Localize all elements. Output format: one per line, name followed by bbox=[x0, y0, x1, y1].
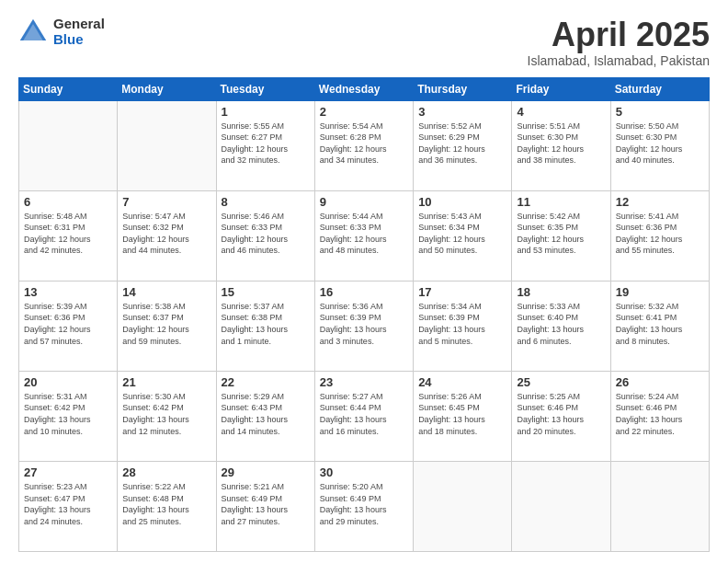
day-number: 30 bbox=[320, 465, 408, 479]
day-info: Sunrise: 5:20 AMSunset: 6:49 PMDaylight:… bbox=[320, 481, 408, 527]
calendar-cell: 19Sunrise: 5:32 AMSunset: 6:41 PMDayligh… bbox=[610, 281, 709, 371]
day-number: 9 bbox=[320, 195, 408, 209]
day-number: 29 bbox=[222, 465, 310, 479]
calendar-cell bbox=[414, 461, 512, 551]
logo-icon bbox=[18, 17, 48, 47]
calendar-cell bbox=[512, 461, 610, 551]
header: General Blue April 2025 Islamabad, Islam… bbox=[18, 17, 710, 68]
day-info: Sunrise: 5:54 AMSunset: 6:28 PMDaylight:… bbox=[320, 121, 408, 167]
calendar-cell: 9Sunrise: 5:44 AMSunset: 6:33 PMDaylight… bbox=[314, 190, 413, 281]
calendar-cell: 1Sunrise: 5:55 AMSunset: 6:27 PMDaylight… bbox=[216, 100, 314, 190]
day-info: Sunrise: 5:47 AMSunset: 6:32 PMDaylight:… bbox=[122, 211, 210, 257]
day-number: 21 bbox=[122, 375, 210, 389]
calendar-cell bbox=[610, 461, 709, 551]
day-info: Sunrise: 5:21 AMSunset: 6:49 PMDaylight:… bbox=[222, 481, 310, 527]
calendar-cell: 18Sunrise: 5:33 AMSunset: 6:40 PMDayligh… bbox=[512, 281, 610, 371]
calendar-cell: 10Sunrise: 5:43 AMSunset: 6:34 PMDayligh… bbox=[414, 190, 512, 281]
calendar-cell: 28Sunrise: 5:22 AMSunset: 6:48 PMDayligh… bbox=[118, 461, 216, 551]
day-info: Sunrise: 5:37 AMSunset: 6:38 PMDaylight:… bbox=[222, 301, 310, 347]
day-number: 5 bbox=[616, 105, 704, 119]
day-number: 13 bbox=[24, 285, 112, 299]
day-info: Sunrise: 5:51 AMSunset: 6:30 PMDaylight:… bbox=[517, 121, 605, 167]
logo-general-text: General bbox=[53, 17, 105, 32]
calendar-cell bbox=[19, 100, 118, 190]
day-number: 18 bbox=[517, 285, 605, 299]
day-info: Sunrise: 5:52 AMSunset: 6:29 PMDaylight:… bbox=[418, 121, 506, 167]
day-info: Sunrise: 5:32 AMSunset: 6:41 PMDaylight:… bbox=[616, 301, 704, 347]
day-number: 20 bbox=[24, 375, 112, 389]
calendar-cell: 27Sunrise: 5:23 AMSunset: 6:47 PMDayligh… bbox=[19, 461, 118, 551]
logo-blue-text: Blue bbox=[53, 32, 105, 48]
calendar-cell: 8Sunrise: 5:46 AMSunset: 6:33 PMDaylight… bbox=[216, 190, 314, 281]
day-number: 26 bbox=[616, 375, 704, 389]
calendar-table: SundayMondayTuesdayWednesdayThursdayFrid… bbox=[18, 77, 710, 552]
day-info: Sunrise: 5:38 AMSunset: 6:37 PMDaylight:… bbox=[122, 301, 210, 347]
day-number: 6 bbox=[24, 195, 112, 209]
day-number: 27 bbox=[24, 465, 112, 479]
day-number: 7 bbox=[122, 195, 210, 209]
day-number: 8 bbox=[222, 195, 310, 209]
col-header-sunday: Sunday bbox=[19, 77, 118, 100]
calendar-cell: 7Sunrise: 5:47 AMSunset: 6:32 PMDaylight… bbox=[118, 190, 216, 281]
day-info: Sunrise: 5:27 AMSunset: 6:44 PMDaylight:… bbox=[320, 391, 408, 437]
calendar-cell: 15Sunrise: 5:37 AMSunset: 6:38 PMDayligh… bbox=[216, 281, 314, 371]
day-number: 12 bbox=[616, 195, 704, 209]
day-info: Sunrise: 5:36 AMSunset: 6:39 PMDaylight:… bbox=[320, 301, 408, 347]
calendar-cell: 24Sunrise: 5:26 AMSunset: 6:45 PMDayligh… bbox=[414, 371, 512, 461]
day-info: Sunrise: 5:41 AMSunset: 6:36 PMDaylight:… bbox=[616, 211, 704, 257]
day-info: Sunrise: 5:39 AMSunset: 6:36 PMDaylight:… bbox=[24, 301, 112, 347]
day-info: Sunrise: 5:23 AMSunset: 6:47 PMDaylight:… bbox=[24, 481, 112, 527]
calendar-cell: 21Sunrise: 5:30 AMSunset: 6:42 PMDayligh… bbox=[118, 371, 216, 461]
day-number: 16 bbox=[320, 285, 408, 299]
day-number: 23 bbox=[320, 375, 408, 389]
day-info: Sunrise: 5:31 AMSunset: 6:42 PMDaylight:… bbox=[24, 391, 112, 437]
col-header-monday: Monday bbox=[118, 77, 216, 100]
day-info: Sunrise: 5:22 AMSunset: 6:48 PMDaylight:… bbox=[122, 481, 210, 527]
day-number: 22 bbox=[222, 375, 310, 389]
col-header-friday: Friday bbox=[512, 77, 610, 100]
calendar-cell: 14Sunrise: 5:38 AMSunset: 6:37 PMDayligh… bbox=[118, 281, 216, 371]
title-block: April 2025 Islamabad, Islamabad, Pakista… bbox=[528, 17, 710, 68]
calendar-cell: 3Sunrise: 5:52 AMSunset: 6:29 PMDaylight… bbox=[414, 100, 512, 190]
day-info: Sunrise: 5:34 AMSunset: 6:39 PMDaylight:… bbox=[418, 301, 506, 347]
day-info: Sunrise: 5:29 AMSunset: 6:43 PMDaylight:… bbox=[222, 391, 310, 437]
calendar-cell: 11Sunrise: 5:42 AMSunset: 6:35 PMDayligh… bbox=[512, 190, 610, 281]
day-number: 17 bbox=[418, 285, 506, 299]
calendar-cell: 12Sunrise: 5:41 AMSunset: 6:36 PMDayligh… bbox=[610, 190, 709, 281]
calendar-cell: 4Sunrise: 5:51 AMSunset: 6:30 PMDaylight… bbox=[512, 100, 610, 190]
calendar-cell: 25Sunrise: 5:25 AMSunset: 6:46 PMDayligh… bbox=[512, 371, 610, 461]
day-number: 19 bbox=[616, 285, 704, 299]
day-number: 1 bbox=[222, 105, 310, 119]
day-info: Sunrise: 5:30 AMSunset: 6:42 PMDaylight:… bbox=[122, 391, 210, 437]
month-title: April 2025 bbox=[528, 17, 710, 53]
day-number: 15 bbox=[222, 285, 310, 299]
day-info: Sunrise: 5:55 AMSunset: 6:27 PMDaylight:… bbox=[222, 121, 310, 167]
day-info: Sunrise: 5:25 AMSunset: 6:46 PMDaylight:… bbox=[517, 391, 605, 437]
col-header-saturday: Saturday bbox=[610, 77, 709, 100]
day-info: Sunrise: 5:50 AMSunset: 6:30 PMDaylight:… bbox=[616, 121, 704, 167]
col-header-wednesday: Wednesday bbox=[314, 77, 413, 100]
day-number: 10 bbox=[418, 195, 506, 209]
day-info: Sunrise: 5:44 AMSunset: 6:33 PMDaylight:… bbox=[320, 211, 408, 257]
day-info: Sunrise: 5:33 AMSunset: 6:40 PMDaylight:… bbox=[517, 301, 605, 347]
calendar-cell: 17Sunrise: 5:34 AMSunset: 6:39 PMDayligh… bbox=[414, 281, 512, 371]
day-info: Sunrise: 5:42 AMSunset: 6:35 PMDaylight:… bbox=[517, 211, 605, 257]
day-number: 4 bbox=[517, 105, 605, 119]
logo: General Blue bbox=[18, 17, 105, 47]
logo-text: General Blue bbox=[53, 17, 105, 47]
day-number: 25 bbox=[517, 375, 605, 389]
day-number: 11 bbox=[517, 195, 605, 209]
page: General Blue April 2025 Islamabad, Islam… bbox=[0, 0, 728, 563]
calendar-cell: 23Sunrise: 5:27 AMSunset: 6:44 PMDayligh… bbox=[314, 371, 413, 461]
col-header-thursday: Thursday bbox=[414, 77, 512, 100]
calendar-cell bbox=[118, 100, 216, 190]
calendar-cell: 30Sunrise: 5:20 AMSunset: 6:49 PMDayligh… bbox=[314, 461, 413, 551]
day-info: Sunrise: 5:24 AMSunset: 6:46 PMDaylight:… bbox=[616, 391, 704, 437]
day-info: Sunrise: 5:26 AMSunset: 6:45 PMDaylight:… bbox=[418, 391, 506, 437]
location: Islamabad, Islamabad, Pakistan bbox=[528, 53, 710, 68]
calendar-cell: 5Sunrise: 5:50 AMSunset: 6:30 PMDaylight… bbox=[610, 100, 709, 190]
calendar-cell: 6Sunrise: 5:48 AMSunset: 6:31 PMDaylight… bbox=[19, 190, 118, 281]
day-number: 24 bbox=[418, 375, 506, 389]
day-number: 3 bbox=[418, 105, 506, 119]
day-number: 14 bbox=[122, 285, 210, 299]
